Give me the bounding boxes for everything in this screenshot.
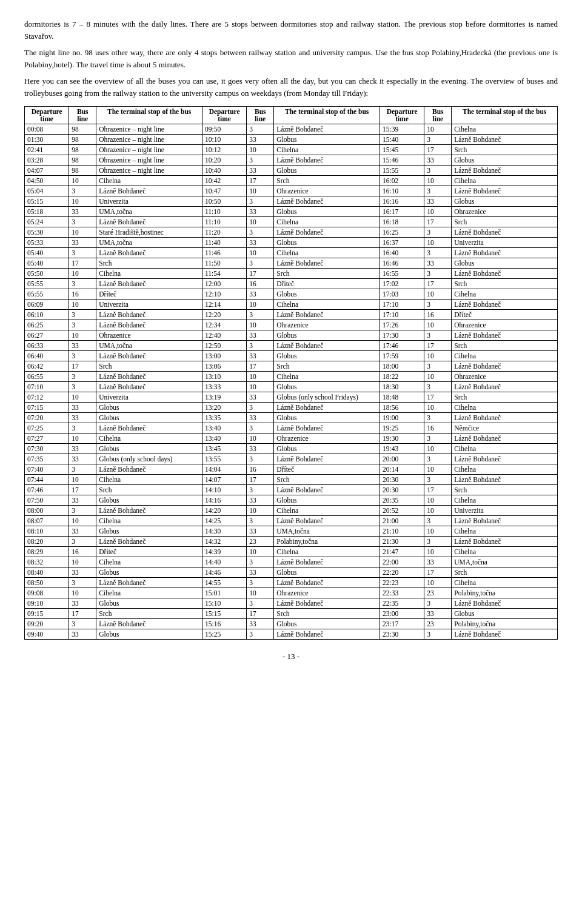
table-cell: 3 bbox=[247, 423, 274, 434]
table-cell: Ohrazenice bbox=[274, 186, 380, 196]
table-cell: 13:55 bbox=[202, 454, 246, 464]
table-cell: 33 bbox=[247, 289, 274, 300]
table-row: 07:1533Globus13:203Lázně Bohdaneč18:5610… bbox=[25, 403, 558, 413]
table-cell: 10 bbox=[424, 207, 452, 217]
table-cell: 33 bbox=[69, 341, 96, 351]
table-row: 06:103Lázně Bohdaneč12:203Lázně Bohdaneč… bbox=[25, 310, 558, 320]
table-cell: 08:32 bbox=[25, 557, 69, 567]
table-cell: Lázně Bohdaneč bbox=[96, 578, 202, 588]
table-row: 06:4217Srch13:0617Srch18:003Lázně Bohdan… bbox=[25, 361, 558, 372]
table-cell: 09:08 bbox=[25, 588, 69, 598]
table-cell: 23 bbox=[247, 537, 274, 547]
table-cell: 17:10 bbox=[380, 300, 424, 310]
table-cell: 33 bbox=[247, 238, 274, 248]
table-cell: 20:35 bbox=[380, 495, 424, 506]
table-cell: 06:09 bbox=[25, 300, 69, 310]
table-row: 03:2898Ohrazenice – night line10:203Lázn… bbox=[25, 155, 558, 166]
table-cell: Srch bbox=[96, 361, 202, 372]
table-cell: Lázně Bohdaneč bbox=[274, 598, 380, 609]
table-cell: 10 bbox=[424, 124, 452, 135]
table-cell: UMA,točna bbox=[274, 526, 380, 537]
table-cell: 16 bbox=[69, 547, 96, 557]
table-cell: Cihelna bbox=[274, 300, 380, 310]
table-cell: 19:30 bbox=[380, 434, 424, 444]
table-cell: 11:20 bbox=[202, 227, 246, 238]
table-cell: 13:35 bbox=[202, 413, 246, 423]
table-cell: 17:30 bbox=[380, 330, 424, 341]
table-cell: Němčice bbox=[452, 423, 558, 434]
table-cell: 14:55 bbox=[202, 578, 246, 588]
table-cell: 06:27 bbox=[25, 330, 69, 341]
table-row: 05:3010Staré Hradiště,hostinec11:203Lázn… bbox=[25, 227, 558, 238]
table-cell: Globus bbox=[274, 351, 380, 361]
table-cell: 10 bbox=[247, 588, 274, 598]
table-cell: Lázně Bohdaneč bbox=[274, 124, 380, 135]
table-cell: 17 bbox=[247, 361, 274, 372]
table-cell: Srch bbox=[452, 341, 558, 351]
table-cell: 11:10 bbox=[202, 207, 246, 217]
table-cell: Ohrazenice bbox=[452, 320, 558, 330]
table-cell: 13:10 bbox=[202, 372, 246, 382]
table-cell: 3 bbox=[424, 537, 452, 547]
table-cell: 3 bbox=[69, 382, 96, 392]
table-cell: 33 bbox=[247, 495, 274, 506]
table-cell: 3 bbox=[247, 578, 274, 588]
table-cell: 98 bbox=[69, 135, 96, 145]
table-cell: Lázně Bohdaneč bbox=[96, 217, 202, 227]
table-cell: 20:30 bbox=[380, 475, 424, 485]
table-cell: 07:35 bbox=[25, 454, 69, 464]
table-cell: 10 bbox=[424, 547, 452, 557]
table-cell: 18:22 bbox=[380, 372, 424, 382]
table-cell: 3 bbox=[69, 186, 96, 196]
table-cell: 17 bbox=[424, 392, 452, 403]
table-cell: Lázně Bohdaneč bbox=[274, 155, 380, 166]
table-cell: Cihelna bbox=[274, 217, 380, 227]
table-cell: 16:10 bbox=[380, 186, 424, 196]
table-row: 05:1833UMA,točna11:1033Globus16:1710Ohra… bbox=[25, 207, 558, 217]
header-dep3: Departure time bbox=[380, 107, 424, 124]
table-cell: Lázně Bohdaneč bbox=[274, 485, 380, 495]
table-cell: 09:10 bbox=[25, 598, 69, 609]
table-cell: 33 bbox=[247, 567, 274, 578]
table-cell: 10:47 bbox=[202, 186, 246, 196]
table-cell: Globus bbox=[274, 238, 380, 248]
table-row: 05:043Lázně Bohdaneč10:4710Ohrazenice16:… bbox=[25, 186, 558, 196]
table-cell: 98 bbox=[69, 155, 96, 166]
table-cell: 15:15 bbox=[202, 609, 246, 619]
table-cell: 3 bbox=[247, 516, 274, 526]
table-cell: 17 bbox=[247, 609, 274, 619]
table-cell: Lázně Bohdaneč bbox=[274, 454, 380, 464]
table-cell: 05:55 bbox=[25, 279, 69, 289]
table-cell: 10 bbox=[247, 248, 274, 258]
table-row: 04:0798Ohrazenice – night line10:4033Glo… bbox=[25, 166, 558, 176]
table-cell: 16:18 bbox=[380, 217, 424, 227]
table-cell: Globus (only school days) bbox=[96, 454, 202, 464]
table-cell: 10 bbox=[69, 269, 96, 279]
table-cell: 3 bbox=[424, 300, 452, 310]
table-cell: Lázně Bohdaneč bbox=[274, 196, 380, 207]
table-cell: 3 bbox=[69, 248, 96, 258]
table-row: 08:503Lázně Bohdaneč14:553Lázně Bohdaneč… bbox=[25, 578, 558, 588]
table-cell: 23:30 bbox=[380, 629, 424, 640]
table-cell: 10 bbox=[69, 434, 96, 444]
table-cell: 3 bbox=[424, 454, 452, 464]
table-cell: Globus bbox=[452, 155, 558, 166]
table-cell: 12:00 bbox=[202, 279, 246, 289]
table-cell: 10 bbox=[247, 506, 274, 516]
table-cell: 17 bbox=[247, 475, 274, 485]
table-cell: 08:50 bbox=[25, 578, 69, 588]
table-cell: 05:40 bbox=[25, 258, 69, 269]
table-cell: 06:55 bbox=[25, 372, 69, 382]
table-row: 08:203Lázně Bohdaneč14:3223Polabiny,točn… bbox=[25, 537, 558, 547]
table-cell: 33 bbox=[247, 526, 274, 537]
table-row: 07:3033Globus13:4533Globus19:4310Cihelna bbox=[25, 444, 558, 454]
table-cell: 10:10 bbox=[202, 135, 246, 145]
table-cell: 01:30 bbox=[25, 135, 69, 145]
table-cell: 3 bbox=[247, 629, 274, 640]
header-term1: The terminal stop of the bus bbox=[96, 107, 202, 124]
table-cell: Lázně Bohdaneč bbox=[96, 186, 202, 196]
table-cell: 11:40 bbox=[202, 238, 246, 248]
table-cell: 08:29 bbox=[25, 547, 69, 557]
table-cell: 14:10 bbox=[202, 485, 246, 495]
table-cell: Lázně Bohdaneč bbox=[96, 382, 202, 392]
